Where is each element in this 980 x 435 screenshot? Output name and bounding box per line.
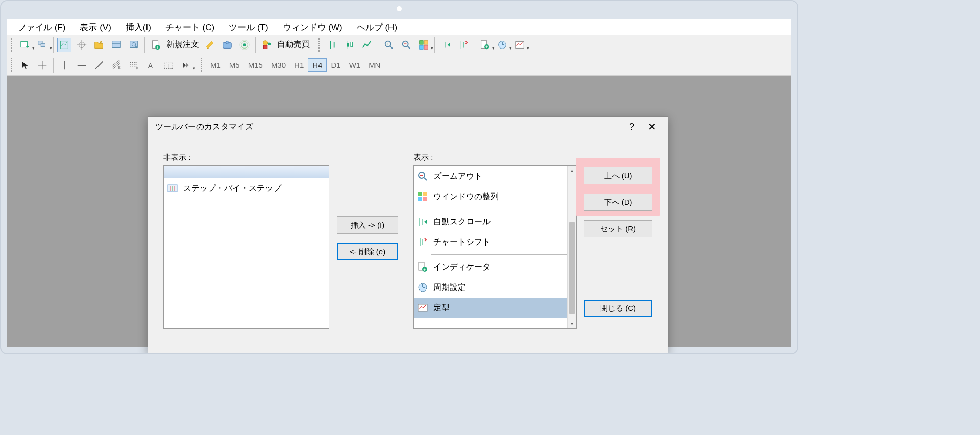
- timeframe-h4[interactable]: H4: [308, 58, 327, 72]
- separator: [197, 58, 197, 73]
- hidden-item-label: ステップ・バイ・ステップ: [183, 183, 281, 194]
- svg-rect-88: [418, 304, 427, 311]
- middle-buttons: 挿入 -> (I) <- 削除 (e): [337, 216, 398, 270]
- shown-item-templates[interactable]: 定型: [414, 298, 576, 318]
- separator: [474, 37, 474, 53]
- fibonacci-icon[interactable]: F: [127, 58, 141, 72]
- svg-point-21: [263, 40, 268, 45]
- move-up-button[interactable]: 上へ (U): [584, 167, 652, 184]
- profiles-icon[interactable]: [35, 38, 50, 52]
- horizontal-line-icon[interactable]: [75, 58, 89, 72]
- grip[interactable]: [201, 58, 204, 72]
- toolbar-1: + + 新規注文 自動売買 + −: [7, 35, 791, 55]
- line-chart-icon[interactable]: [360, 38, 374, 52]
- shown-item-tile[interactable]: ウインドウの整列: [414, 186, 576, 207]
- crosshair-icon[interactable]: [35, 58, 50, 72]
- new-chart-icon[interactable]: +: [18, 38, 32, 52]
- arrows-icon[interactable]: [179, 58, 193, 72]
- hidden-item[interactable]: ステップ・バイ・ステップ: [164, 178, 329, 199]
- shown-item-autoscroll[interactable]: 自動スクロール: [414, 211, 576, 232]
- new-order-doc-icon[interactable]: +: [149, 38, 163, 52]
- menu-tool[interactable]: ツール (T): [222, 21, 275, 33]
- timeframe-d1[interactable]: D1: [327, 59, 345, 71]
- auto-trade-label[interactable]: 自動売買: [275, 39, 312, 50]
- shown-item-chartshift[interactable]: チャートシフト: [414, 232, 576, 252]
- timeframe-m30[interactable]: M30: [267, 59, 290, 71]
- options-icon[interactable]: [220, 38, 234, 52]
- text-icon[interactable]: A: [144, 58, 158, 72]
- dialog-help-button[interactable]: ?: [620, 122, 644, 132]
- menu-file[interactable]: ファイル (F): [10, 21, 72, 33]
- timeframe-h1[interactable]: H1: [290, 59, 308, 71]
- svg-rect-77: [423, 197, 427, 201]
- equidistant-channel-icon[interactable]: E: [109, 58, 124, 72]
- close-button[interactable]: 閉じる (C): [584, 300, 652, 317]
- terminal-icon[interactable]: [109, 38, 124, 52]
- menu-view[interactable]: 表示 (V): [72, 21, 118, 33]
- svg-line-33: [408, 46, 410, 49]
- dialog-close-button[interactable]: ✕: [644, 120, 660, 133]
- zoom-in-icon[interactable]: +: [382, 38, 396, 52]
- candlestick-icon[interactable]: [342, 38, 357, 52]
- indicators-icon[interactable]: +: [478, 38, 492, 52]
- toolbar-2: E F A T M1 M5 M15 M30 H1 H4 D1 W1 MN: [7, 55, 791, 76]
- shown-list-scrollbar[interactable]: ▴ ▾: [567, 166, 576, 328]
- svg-point-23: [268, 42, 271, 45]
- menu-chart[interactable]: チャート (C): [158, 21, 222, 33]
- menu-insert[interactable]: 挿入(I): [118, 21, 158, 33]
- trendline-icon[interactable]: [92, 58, 106, 72]
- menubar: ファイル (F) 表示 (V) 挿入(I) チャート (C) ツール (T) ウ…: [7, 19, 791, 35]
- move-down-button[interactable]: 下へ (D): [584, 194, 652, 211]
- menu-window[interactable]: ウィンドウ (W): [276, 21, 350, 33]
- svg-line-54: [95, 61, 103, 69]
- dialog-titlebar[interactable]: ツールバーのカスタマイズ ? ✕: [148, 117, 668, 136]
- shown-listbox[interactable]: ズームアウト ウインドウの整列 自動スクロール: [413, 165, 577, 329]
- periodicity-icon[interactable]: [495, 38, 509, 52]
- auto-trading-icon[interactable]: [259, 38, 274, 52]
- timeframe-m1[interactable]: M1: [206, 59, 225, 71]
- scroll-thumb[interactable]: [569, 222, 575, 314]
- separator: [434, 37, 435, 53]
- auto-scroll-icon[interactable]: [438, 38, 453, 52]
- zoom-out-icon[interactable]: −: [399, 38, 413, 52]
- hidden-listbox[interactable]: ステップ・バイ・ステップ: [163, 165, 329, 329]
- data-window-icon[interactable]: [75, 38, 89, 52]
- grip[interactable]: [318, 38, 322, 52]
- chart-shift-icon[interactable]: [456, 38, 470, 52]
- menu-help[interactable]: ヘルプ (H): [350, 21, 404, 33]
- scroll-down-icon[interactable]: ▾: [568, 319, 576, 328]
- scroll-up-icon[interactable]: ▴: [568, 166, 576, 175]
- vertical-line-icon[interactable]: [57, 58, 71, 72]
- shown-item-label: 周期設定: [433, 282, 466, 293]
- svg-text:−: −: [404, 41, 406, 46]
- svg-text:F: F: [136, 66, 138, 71]
- navigator-icon[interactable]: [92, 38, 106, 52]
- insert-button[interactable]: 挿入 -> (I): [337, 216, 398, 234]
- reset-button[interactable]: セット (R): [584, 220, 652, 237]
- shown-item-periodicity[interactable]: 周期設定: [414, 277, 576, 298]
- shown-item-label: ズームアウト: [433, 171, 482, 182]
- grip[interactable]: [11, 58, 14, 72]
- svg-rect-37: [420, 45, 423, 49]
- grip[interactable]: [11, 38, 14, 52]
- strategy-tester-icon[interactable]: [127, 38, 141, 52]
- timeframe-w1[interactable]: W1: [345, 59, 365, 71]
- bar-chart-icon[interactable]: [325, 38, 339, 52]
- separator: [378, 37, 378, 53]
- new-order-label[interactable]: 新規注文: [164, 39, 201, 50]
- cursor-icon[interactable]: [18, 58, 32, 72]
- timeframe-mn[interactable]: MN: [364, 59, 384, 71]
- signals-icon[interactable]: [237, 38, 252, 52]
- timeframe-m5[interactable]: M5: [225, 59, 244, 71]
- delete-button[interactable]: <- 削除 (e): [337, 243, 398, 260]
- shown-item-label: ウインドウの整列: [433, 191, 499, 202]
- metaeditor-icon[interactable]: [203, 38, 217, 52]
- text-label-icon[interactable]: T: [161, 58, 176, 72]
- market-watch-icon[interactable]: [57, 38, 71, 52]
- shown-item-zoomout[interactable]: ズームアウト: [414, 166, 576, 186]
- timeframe-m15[interactable]: M15: [244, 59, 267, 71]
- templates-icon[interactable]: [512, 38, 527, 52]
- svg-rect-38: [424, 45, 428, 49]
- shown-item-indicators[interactable]: + インディケータ: [414, 257, 576, 277]
- tile-windows-icon[interactable]: [416, 38, 431, 52]
